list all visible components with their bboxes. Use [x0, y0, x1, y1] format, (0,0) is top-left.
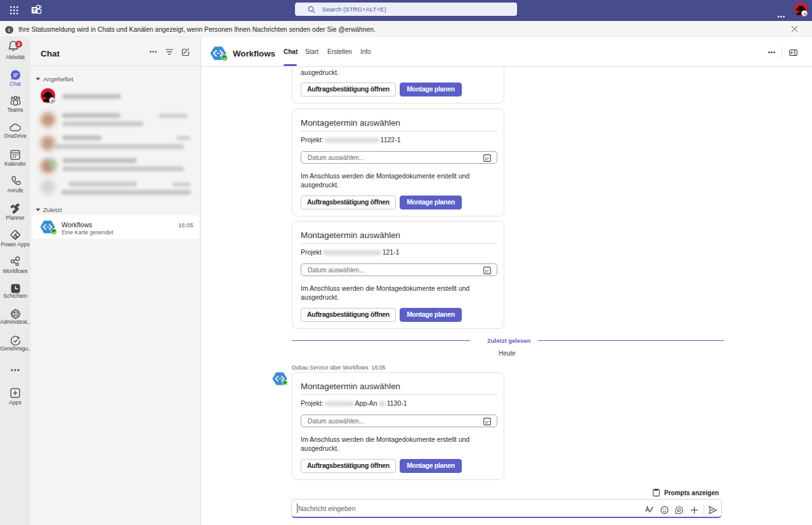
- svg-text:AB: AB: [11, 312, 18, 316]
